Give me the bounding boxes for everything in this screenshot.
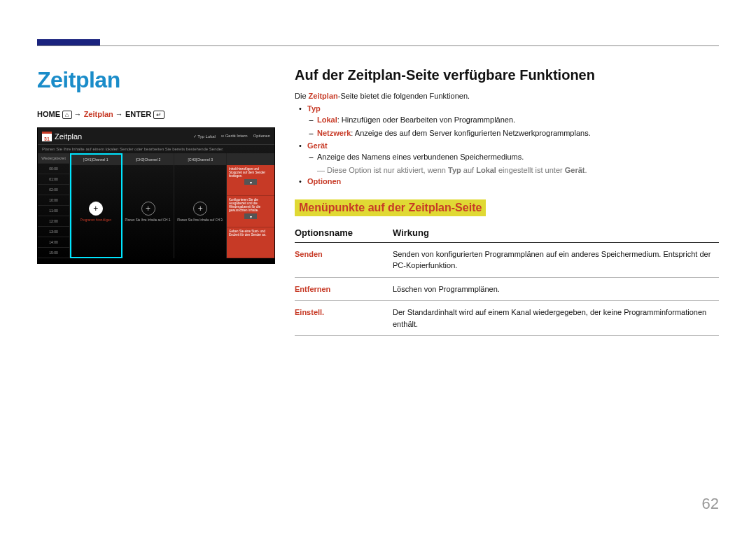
options-col-effect: Wirkung — [393, 223, 719, 243]
breadcrumb: HOME ⌂ → Zeitplan → ENTER ↵ — [37, 110, 275, 119]
screenshot-mock: 31 Zeitplan ✓ Typ Lokal ⧈ Gerät Intern O… — [37, 127, 275, 264]
mock-time-cell: 01:00 — [38, 174, 70, 185]
feature-typ-netzwerk: Netzwerk: Anzeige des auf dem Server kon… — [317, 127, 719, 139]
mock-time-column: Wiedergabezeit 00:00 01:00 02:00 10:00 1… — [38, 153, 70, 258]
section-heading: Auf der Zeitplan-Seite verfügbare Funkti… — [295, 67, 719, 83]
subsection-heading: Menüpunkte auf der Zeitplan-Seite — [295, 199, 486, 216]
option-name: Entfernen — [295, 277, 393, 301]
mock-time-cell: 10:00 — [38, 195, 70, 206]
breadcrumb-arrow-1: → — [74, 110, 82, 118]
option-name: Senden — [295, 242, 393, 277]
mock-channel-2: [CH2]Channel 2 + Planen Sie Ihre Inhalte… — [122, 153, 175, 258]
mock-channel-1: [CH1]Channel 1 + Programm hinzufügen — [70, 153, 122, 258]
option-desc: Der Standardinhalt wird auf einem Kanal … — [393, 301, 719, 336]
calendar-icon: 31 — [42, 132, 52, 141]
mock-time-cell: 14:00 — [38, 237, 70, 248]
feature-geraet-line: Anzeige des Namens eines verbundenen Spe… — [317, 151, 719, 163]
mock-top-geraet: ⧈ Gerät Intern — [221, 134, 248, 139]
page-number: 62 — [702, 495, 719, 513]
mock-channels: [CH1]Channel 1 + Programm hinzufügen [CH… — [70, 153, 227, 258]
mock-side-panel: Inhalt hinzufügen und Stoppzeit auf dem … — [227, 153, 274, 258]
mock-top-typ: ✓ Typ Lokal — [193, 134, 216, 139]
table-row: Einstell. Der Standardinhalt wird auf ei… — [295, 301, 719, 336]
page-title: Zeitplan — [37, 67, 275, 93]
breadcrumb-arrow-2: → — [115, 110, 123, 118]
feature-typ: Typ Lokal: Hinzufügen oder Bearbeiten vo… — [307, 104, 719, 139]
mock-title: Zeitplan — [55, 132, 82, 141]
mock-time-cell: 11:00 — [38, 206, 70, 216]
mock-subtitle: Planen Sie Ihre Inhalte auf einem lokale… — [38, 145, 274, 153]
mock-ch-label: Programm hinzufügen — [79, 218, 113, 222]
mock-channel-3: [CH3]Channel 3 + Planen Sie Ihre Inhalte… — [174, 153, 227, 258]
options-col-name: Optionsname — [295, 223, 393, 243]
option-desc: Senden von konfigurierten Programmplänen… — [393, 242, 719, 277]
mock-time-cell: 15:00 — [38, 248, 70, 258]
option-desc: Löschen von Programmplänen. — [393, 277, 719, 301]
intro-text: Die Zeitplan-Seite bietet die folgenden … — [295, 92, 719, 100]
plus-icon: + — [89, 202, 103, 216]
header-accent-bar — [37, 39, 100, 45]
mock-panel-text: Inhalt hinzufügen und Stoppzeit auf dem … — [229, 167, 265, 178]
mock-time-cell: 13:00 — [38, 227, 70, 237]
mock-panel-text: Konfigurieren Sie die Ausgabezeit und di… — [229, 198, 260, 212]
enter-icon: ↵ — [153, 111, 164, 119]
options-table: Optionsname Wirkung Senden Senden von ko… — [295, 223, 719, 337]
option-name: Einstell. — [295, 301, 393, 336]
mock-top-optionen: Optionen — [253, 134, 270, 139]
table-row: Entfernen Löschen von Programmplänen. — [295, 277, 719, 301]
feature-list: Typ Lokal: Hinzufügen oder Bearbeiten vo… — [295, 104, 719, 185]
breadcrumb-zeitplan: Zeitplan — [84, 110, 113, 118]
feature-optionen: Optionen — [307, 177, 719, 185]
feature-geraet-note: Diese Option ist nur aktiviert, wenn Typ… — [317, 166, 719, 174]
right-column: Auf der Zeitplan-Seite verfügbare Funkti… — [295, 67, 719, 506]
mock-panel-text: Geben Sie eine Start- und Endzeit für de… — [229, 230, 267, 237]
mock-ch-label: Planen Sie Ihre Inhalte auf CH 3. — [176, 218, 225, 222]
feature-geraet: Gerät Anzeige des Namens eines verbunden… — [307, 141, 719, 174]
mock-ch-label: Planen Sie Ihre Inhalte auf CH 2. — [124, 218, 173, 222]
mock-ch-header: [CH1]Channel 1 — [70, 153, 122, 165]
mock-time-cell: 00:00 — [38, 164, 70, 174]
mock-time-cell: 12:00 — [38, 216, 70, 227]
mock-ch-header: [CH2]Channel 2 — [122, 153, 174, 165]
home-icon: ⌂ — [62, 111, 71, 119]
table-row: Senden Senden von konfigurierten Program… — [295, 242, 719, 277]
plus-icon: + — [141, 202, 155, 216]
breadcrumb-home: HOME — [37, 110, 60, 118]
breadcrumb-enter: ENTER — [125, 110, 151, 118]
mock-time-cell: 02:00 — [38, 185, 70, 195]
chevron-down-icon: ▾ — [244, 213, 257, 219]
plus-icon: + — [193, 202, 207, 216]
left-column: Zeitplan HOME ⌂ → Zeitplan → ENTER ↵ 31 … — [37, 67, 275, 506]
feature-typ-lokal: Lokal: Hinzufügen oder Bearbeiten von Pr… — [317, 114, 719, 126]
mock-time-header: Wiedergabezeit — [38, 153, 70, 164]
mock-ch-header: [CH3]Channel 3 — [174, 153, 226, 165]
header-rule — [37, 45, 719, 46]
chevron-down-icon: ▾ — [244, 179, 257, 185]
